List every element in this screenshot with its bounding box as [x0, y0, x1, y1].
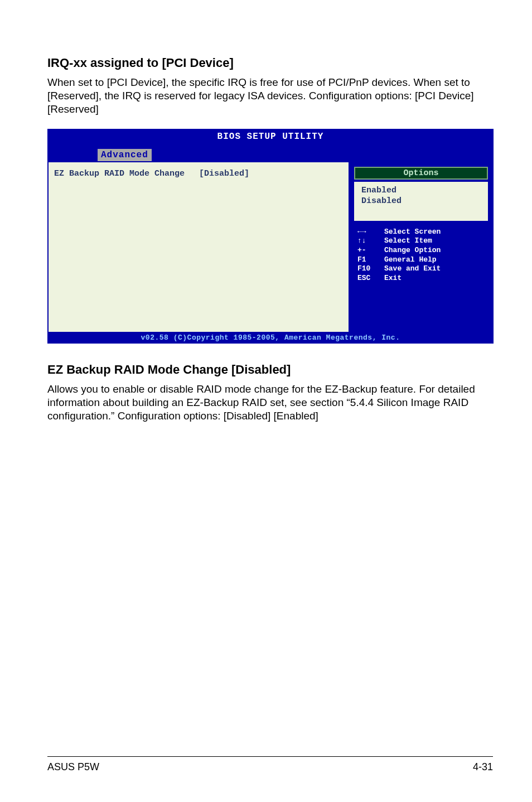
nav-key: ↑↓ [357, 236, 384, 246]
section1-body: When set to [PCI Device], the specific I… [47, 76, 493, 115]
nav-desc: Save and Exit [384, 264, 441, 274]
bios-option-disabled: Disabled [361, 196, 482, 207]
bios-setting-value: [Disabled] [199, 169, 249, 178]
nav-row: ↑↓Select Item [357, 236, 487, 246]
nav-desc: Select Screen [384, 228, 441, 237]
nav-desc: Select Item [384, 236, 432, 246]
nav-key: ←→ [357, 228, 384, 237]
section2-title: EZ Backup RAID Mode Change [Disabled] [47, 363, 493, 377]
bios-titlebar: BIOS SETUP UTILITY Advanced [47, 129, 494, 161]
nav-desc: General Help [384, 255, 437, 265]
nav-key: F1 [357, 255, 384, 265]
footer-right: 4-31 [473, 761, 493, 773]
nav-row: ESCExit [357, 274, 487, 283]
section2-body: Allows you to enable or disable RAID mod… [47, 383, 493, 422]
nav-row: F1General Help [357, 255, 487, 265]
nav-desc: Exit [384, 274, 402, 283]
bios-title: BIOS SETUP UTILITY [47, 129, 494, 142]
nav-key: +- [357, 246, 384, 255]
bios-screenshot: BIOS SETUP UTILITY Advanced EZ Backup RA… [47, 129, 494, 344]
bios-right-panel: Options Enabled Disabled ←→Select Screen… [349, 161, 494, 333]
nav-desc: Change Option [384, 246, 441, 255]
bios-options-header: Options [354, 167, 488, 180]
bios-setting-label: EZ Backup RAID Mode Change [54, 169, 199, 178]
nav-row: +-Change Option [357, 246, 487, 255]
page-footer: ASUS P5W 4-31 [47, 756, 493, 773]
nav-key: ESC [357, 274, 384, 283]
bios-tab-advanced: Advanced [98, 149, 152, 161]
nav-row: ←→Select Screen [357, 228, 487, 237]
bios-left-panel: EZ Backup RAID Mode Change [Disabled] [47, 161, 349, 333]
bios-option-enabled: Enabled [361, 186, 482, 196]
bios-options-box: Enabled Disabled [354, 182, 488, 221]
nav-key: F10 [357, 264, 384, 274]
bios-setting-row: EZ Backup RAID Mode Change [Disabled] [54, 169, 343, 178]
bios-nav-hints: ←→Select Screen ↑↓Select Item +-Change O… [350, 224, 492, 288]
footer-left: ASUS P5W [47, 761, 99, 773]
nav-row: F10Save and Exit [357, 264, 487, 274]
bios-footer: v02.58 (C)Copyright 1985-2005, American … [47, 333, 494, 344]
section1-title: IRQ-xx assigned to [PCI Device] [47, 56, 493, 70]
